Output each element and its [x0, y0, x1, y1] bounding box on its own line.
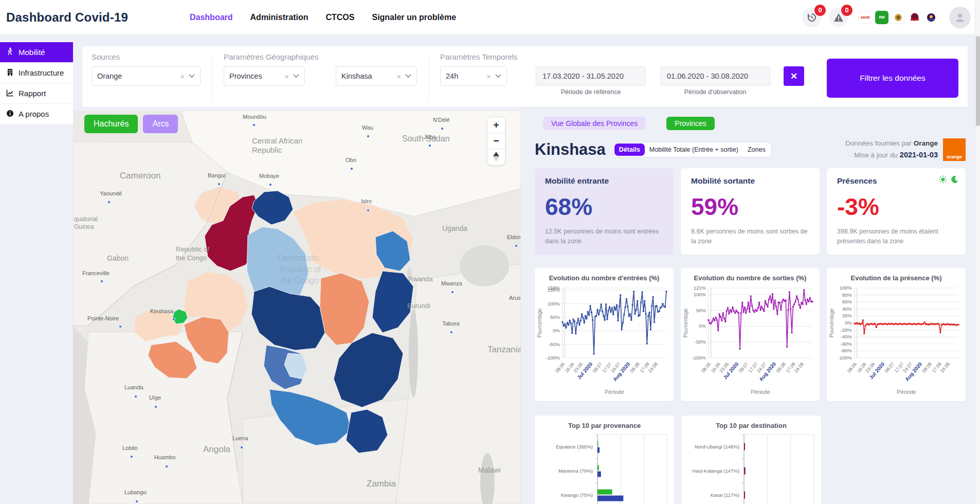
day-night-toggle[interactable]	[939, 175, 958, 184]
svg-text:Uganda: Uganda	[442, 224, 467, 232]
svg-text:Période: Période	[897, 389, 916, 395]
data-source-info: Données fournies par Orange Mise à jour …	[845, 138, 938, 161]
svg-text:-100%: -100%	[838, 355, 852, 361]
svg-text:Période: Période	[751, 389, 770, 395]
svg-text:-100%: -100%	[692, 355, 706, 361]
partner-logos: santé RM	[859, 11, 938, 24]
provinces-pill[interactable]: Provinces	[666, 117, 714, 130]
app-title: Dashboard Covid-19	[6, 10, 128, 25]
svg-text:Huambo: Huambo	[154, 454, 176, 460]
svg-text:100%: 100%	[694, 292, 706, 297]
svg-text:Wau: Wau	[362, 124, 373, 131]
clear-icon[interactable]: ×	[284, 72, 289, 81]
stat-value: -3%	[837, 193, 955, 221]
user-avatar[interactable]	[949, 7, 971, 28]
svg-text:Angola: Angola	[203, 444, 230, 454]
divider	[212, 55, 212, 99]
svg-text:0%: 0%	[553, 328, 560, 333]
svg-text:-80%: -80%	[841, 348, 852, 353]
hachures-button[interactable]: Hachurés	[84, 115, 138, 133]
stats-row: Mobilité entrante68%12.5K personnes de m…	[535, 168, 966, 255]
geo-label: Paramètres Géographiques	[224, 52, 417, 61]
svg-text:the Congo: the Congo	[281, 276, 319, 285]
svg-text:24.08: 24.08	[939, 362, 951, 374]
chart-card-evolution-du-nombre-de-sorties: Evolution du nombre de sorties (%)121%10…	[681, 268, 820, 401]
nav-link-ctcos[interactable]: CTCOS	[325, 13, 354, 22]
reference-period-input[interactable]	[536, 66, 646, 86]
sidebar: MobilitéInfrastructureRapportA propos	[0, 42, 73, 124]
geo-zone-select[interactable]: Kinshasa ×	[336, 66, 417, 86]
svg-text:Guinea: Guinea	[74, 223, 94, 230]
svg-text:Kasai (117%): Kasai (117%)	[711, 492, 739, 498]
scrollbar-thumb[interactable]	[976, 36, 980, 126]
chart-title: Evolution du nombre de sorties (%)	[682, 274, 819, 282]
svg-text:Arush: Arush	[509, 295, 521, 301]
orange-logo: orange	[943, 138, 966, 161]
nav-link-administration[interactable]: Administration	[250, 13, 308, 22]
svg-text:-60%: -60%	[841, 341, 852, 347]
lake-tanganyika	[409, 309, 418, 398]
svg-text:N'Délé: N'Délé	[433, 117, 450, 123]
map[interactable]: CameroonCentral AfricanRepublicSouth Sud…	[73, 111, 521, 504]
svg-text:Tanzania: Tanzania	[487, 345, 521, 354]
nav-link-dashboard[interactable]: Dashboard	[190, 13, 233, 22]
stat-card-mobilit-entrante[interactable]: Mobilité entrante68%12.5K personnes de m…	[535, 168, 674, 255]
tab-d-tails[interactable]: Détails	[614, 143, 645, 156]
clear-dates-button[interactable]: ✕	[784, 66, 804, 86]
top10-charts-row: Top 10 par provenanceEquateur (355%)Mani…	[535, 416, 966, 504]
arcs-button[interactable]: Arcs	[143, 115, 178, 133]
tab-zones[interactable]: Zones	[743, 143, 770, 156]
person-icon	[954, 11, 966, 24]
svg-text:09.08: 09.08	[921, 362, 933, 374]
svg-text:09.08: 09.08	[629, 362, 641, 374]
svg-text:Republic: Republic	[252, 146, 282, 154]
line-chart: 121%100%50%0%-50%-100%08.0616.0623.06Jul…	[682, 283, 816, 397]
sun-icon	[939, 175, 947, 184]
choropleth-map[interactable]: CameroonCentral AfricanRepublicSouth Sud…	[73, 111, 521, 504]
sidebar-item-label: Infrastructure	[19, 68, 64, 77]
stat-card-pr-sences[interactable]: Présences-3%398.9K personnes de moins ét…	[827, 168, 966, 255]
zone-tabs: DétailsMobilité Totale (Entrée + sortie)…	[613, 142, 772, 157]
empty-slot	[828, 416, 966, 504]
nav-link-signaler-un-probl-me[interactable]: Signaler un problème	[372, 13, 456, 22]
granularity-select[interactable]: 24h ×	[440, 66, 507, 86]
svg-text:Luanda: Luanda	[124, 384, 144, 390]
svg-text:Luena: Luena	[232, 435, 248, 441]
stat-title: Présences	[837, 176, 955, 186]
sources-select[interactable]: Orange ×	[92, 66, 201, 86]
stat-description: 12.5K personnes de moins sont entrées da…	[545, 227, 663, 246]
alerts-badge: 0	[841, 5, 852, 16]
observation-period-input[interactable]	[660, 66, 770, 86]
geo-level-select[interactable]: Provinces ×	[224, 66, 305, 86]
arrow-down-icon	[493, 157, 499, 161]
svg-text:Uíge: Uíge	[149, 394, 161, 401]
round-purple-logo	[924, 11, 938, 24]
history-button[interactable]: 0	[802, 8, 822, 27]
sidebar-item-mobilit[interactable]: Mobilité	[0, 42, 73, 63]
apply-filters-button[interactable]: Filtrer les données	[827, 59, 958, 98]
alerts-button[interactable]: 0	[829, 8, 848, 27]
sidebar-item-a-propos[interactable]: A propos	[0, 104, 73, 124]
svg-text:Pourcentage: Pourcentage	[537, 308, 542, 337]
svg-text:-40%: -40%	[841, 334, 852, 339]
reference-period-caption: Période de référence	[536, 88, 646, 96]
chart-title: Evolution de la présence (%)	[828, 274, 965, 282]
bar-chart: Nord-Ubangi (148%)Haut-Katanga (147%)Kas…	[682, 430, 817, 504]
sidebar-item-infrastructure[interactable]: Infrastructure	[0, 63, 73, 83]
svg-text:Maniema (79%): Maniema (79%)	[558, 468, 593, 474]
clear-icon[interactable]: ×	[396, 72, 401, 81]
clear-icon[interactable]: ×	[180, 72, 185, 81]
clear-icon[interactable]: ×	[486, 72, 491, 81]
zoom-out-button[interactable]: −	[487, 133, 505, 149]
sidebar-item-rapport[interactable]: Rapport	[0, 83, 73, 104]
svg-text:Bangui: Bangui	[208, 172, 225, 178]
svg-text:Republic of: Republic of	[280, 265, 321, 274]
pitch-control[interactable]	[493, 149, 499, 165]
overview-pill[interactable]: Vue Globale des Provinces	[543, 117, 646, 130]
stat-card-mobilit-sortante[interactable]: Mobilité sortante59%8.6K personnes de mo…	[681, 168, 820, 255]
tab-mobilit-totale-entr-e-sortie[interactable]: Mobilité Totale (Entrée + sortie)	[645, 143, 743, 156]
top-navbar: Dashboard Covid-19 DashboardAdministrati…	[0, 0, 980, 35]
zoom-in-button[interactable]: +	[487, 117, 505, 133]
sidebar-item-label: Rapport	[19, 89, 46, 98]
svg-text:150%: 150%	[548, 287, 560, 293]
